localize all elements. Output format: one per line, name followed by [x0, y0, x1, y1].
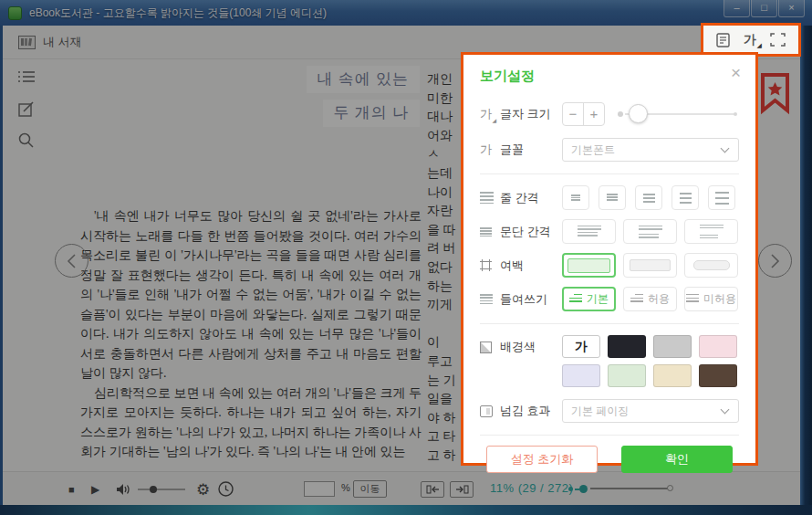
- paragraph-spacing-option-1[interactable]: [562, 219, 616, 244]
- indent-default-label: 기본: [587, 291, 609, 307]
- confirm-button[interactable]: 확인: [621, 446, 733, 473]
- line-spacing-option-4[interactable]: [671, 185, 699, 210]
- page-turn-icon: [480, 405, 500, 417]
- font-size-decrease-button[interactable]: −: [563, 103, 584, 125]
- line-spacing-icon: [480, 192, 500, 204]
- bg-swatch-pink[interactable]: [699, 335, 737, 358]
- background-color-swatches: 가: [562, 335, 739, 387]
- indent-option-default-selected[interactable]: 기본: [562, 287, 616, 311]
- indent-option-disallow[interactable]: 미허용: [684, 287, 738, 311]
- slider-max-dot: [734, 112, 737, 116]
- paragraph-spacing-label: 문단 간격: [500, 224, 551, 240]
- indent-allow-label: 허용: [648, 291, 670, 307]
- font-family-value: 기본폰트: [571, 143, 615, 156]
- chevron-down-icon: [721, 144, 730, 153]
- panel-title: 보기설정: [480, 68, 535, 83]
- margin-option-1-selected[interactable]: [562, 253, 616, 278]
- line-spacing-option-3[interactable]: [635, 185, 662, 210]
- margin-icon: [480, 259, 500, 271]
- bg-swatch-white[interactable]: 가: [562, 335, 600, 358]
- font-family-icon: 가: [480, 142, 500, 158]
- view-settings-panel: 보기설정 × 가◢ 글자 크기 − +: [461, 52, 758, 466]
- font-size-icon: 가◢: [480, 106, 500, 122]
- panel-close-icon[interactable]: ×: [731, 64, 741, 81]
- view-settings-doc-icon[interactable]: [716, 33, 730, 47]
- fullscreen-icon[interactable]: [770, 33, 786, 47]
- app-window: eBook도서관 - 고요할수록 밝아지는 것들(100쇄 기념 에디션) – …: [0, 0, 812, 515]
- slider-min-dot: [618, 111, 623, 117]
- page-turn-label: 넘김 효과: [500, 403, 551, 419]
- paragraph-spacing-icon: [480, 227, 500, 236]
- margin-option-2[interactable]: [623, 253, 677, 278]
- paragraph-spacing-option-2[interactable]: [623, 219, 677, 244]
- line-spacing-option-2[interactable]: [599, 185, 626, 210]
- bg-swatch-black[interactable]: [608, 335, 646, 358]
- font-size-increase-button[interactable]: +: [584, 103, 604, 125]
- indent-option-allow[interactable]: 허용: [623, 287, 677, 311]
- font-family-select[interactable]: 기본폰트: [562, 138, 739, 162]
- bg-swatch-cream[interactable]: [653, 364, 692, 387]
- background-color-icon: [480, 342, 500, 353]
- reset-settings-button[interactable]: 설정 초기화: [486, 446, 598, 473]
- page-turn-select[interactable]: 기본 페이징: [562, 399, 739, 423]
- bg-swatch-brown[interactable]: [699, 364, 737, 387]
- indent-icon: [480, 294, 500, 304]
- line-spacing-label: 줄 간격: [500, 190, 539, 206]
- font-size-stepper: − +: [562, 102, 605, 126]
- bg-swatch-lavender[interactable]: [562, 364, 600, 387]
- margin-option-3[interactable]: [684, 253, 738, 278]
- line-spacing-option-1[interactable]: [562, 185, 589, 210]
- bg-swatch-gray[interactable]: [653, 335, 692, 358]
- font-size-slider[interactable]: [625, 113, 735, 115]
- page-turn-value: 기본 페이징: [571, 405, 629, 417]
- cursor-mark-icon: ◢: [757, 42, 762, 49]
- margin-label: 여백: [500, 258, 524, 274]
- font-size-slider-handle[interactable]: [629, 104, 648, 123]
- paragraph-spacing-option-3[interactable]: [684, 219, 738, 244]
- bg-swatch-green[interactable]: [608, 364, 646, 387]
- indent-label: 들여쓰기: [500, 291, 547, 308]
- line-spacing-option-5[interactable]: [708, 185, 735, 210]
- indent-disallow-label: 미허용: [703, 291, 736, 307]
- font-family-label: 글꼴: [500, 142, 524, 158]
- font-settings-icon[interactable]: 가◢: [744, 32, 756, 48]
- background-color-label: 배경색: [500, 339, 536, 355]
- chevron-down-icon: [721, 405, 730, 415]
- font-size-label: 글자 크기: [500, 106, 551, 122]
